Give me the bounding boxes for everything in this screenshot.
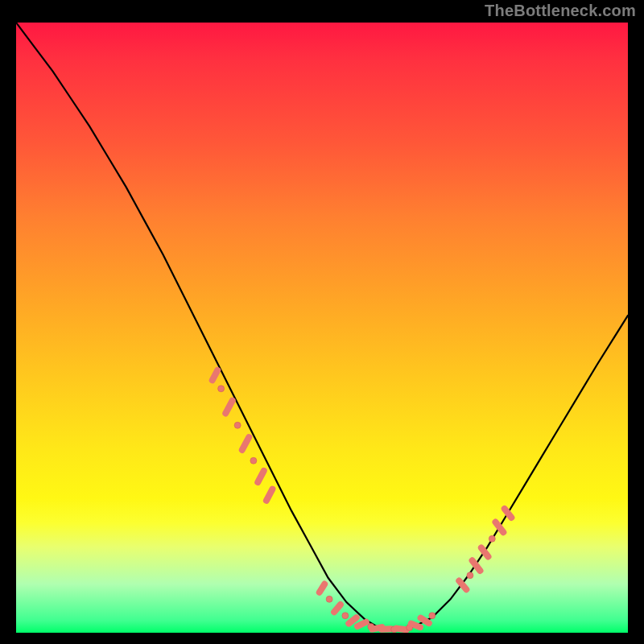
curve-marker-dash <box>411 624 420 627</box>
curve-marker-dot <box>234 422 241 428</box>
chart-frame: TheBottleneck.com <box>0 0 644 644</box>
curve-marker-dash <box>266 489 273 501</box>
curve-marker-dot <box>218 386 225 392</box>
plot-area <box>16 23 628 633</box>
chart-svg <box>16 23 628 633</box>
curve-marker-dot <box>250 457 257 464</box>
curve-marker-dash <box>397 629 407 630</box>
marker-layer <box>213 370 512 633</box>
watermark-text: TheBottleneck.com <box>485 2 636 20</box>
curve-marker-dot <box>326 596 332 602</box>
curve-marker-dash <box>242 437 249 450</box>
curve-marker-dot <box>467 572 473 579</box>
curve-marker-dot <box>429 613 436 619</box>
curve-marker-dash <box>320 584 324 592</box>
curve-marker-dash <box>357 622 366 626</box>
curve-marker-dot <box>489 535 495 542</box>
curve-marker-dash <box>225 401 232 414</box>
curve-marker-dash <box>213 370 218 380</box>
curve-marker-dash <box>334 605 341 612</box>
curve-marker-dot <box>342 613 349 619</box>
curve-marker-dash <box>258 471 264 482</box>
curve-marker-dash <box>421 618 429 623</box>
bottleneck-curve <box>16 23 628 630</box>
curve-marker-dash <box>459 581 466 590</box>
curve-marker-dash <box>349 617 356 623</box>
